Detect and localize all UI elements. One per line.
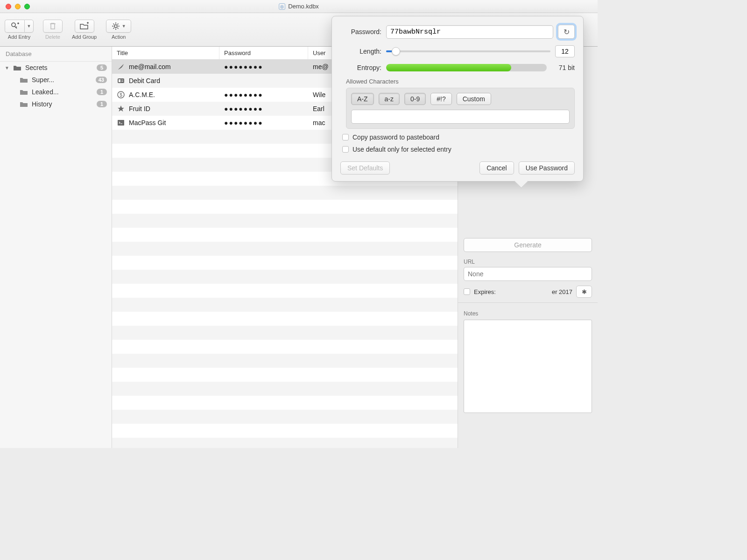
gear-icon: ✱ [582,288,587,295]
add-entry-dropdown[interactable]: ▼ [24,20,34,33]
custom-characters-field[interactable] [351,110,570,124]
allowed-characters-label: Allowed Characters [346,78,575,85]
copy-to-pasteboard-checkbox[interactable] [342,134,349,140]
idcard-icon [117,77,125,84]
default-selected-only-label: Use default only for selected entry [352,146,451,153]
sidebar-item-label: Super... [32,76,92,84]
svg-rect-5 [121,81,123,82]
column-password[interactable]: Password [219,47,308,59]
disclosure-triangle-icon[interactable]: ▼ [5,65,9,70]
chevron-down-icon: ▼ [27,24,31,28]
action-label: Action [112,34,126,40]
default-selected-only-checkbox[interactable] [342,146,349,153]
folder-icon [20,89,28,95]
entry-title: Fruit ID [129,105,150,112]
notes-field[interactable] [464,320,592,413]
entry-password: ●●●●●●●● [219,91,308,98]
count-badge: 1 [97,101,107,107]
sidebar-item-label: Leaked... [32,88,93,96]
sidebar-header: Database [0,47,112,62]
password-label: Password: [340,28,381,35]
close-window-button[interactable] [6,4,11,9]
svg-text:$: $ [120,92,122,98]
minimize-window-button[interactable] [15,4,21,9]
char-class-button[interactable]: Custom [457,93,491,105]
entry-password: ●●●●●●●● [219,63,308,70]
allowed-characters-box: A-Za-z0-9#!?Custom [346,88,575,129]
generate-button[interactable]: Generate [464,238,592,252]
add-group-label: Add Group [72,34,97,40]
refresh-icon: ↻ [564,28,570,36]
entropy-meter [386,64,547,71]
window-title-text: Demo.kdbx [288,3,319,10]
chevron-down-icon: ▼ [122,24,126,28]
slider-thumb[interactable] [392,47,400,56]
zoom-window-button[interactable] [24,4,30,9]
sidebar-item[interactable]: Super... 43 [0,74,112,86]
svg-rect-3 [119,79,120,82]
svg-rect-4 [121,80,123,80]
entry-password: ●●●●●●●● [219,105,308,112]
entry-title: me@mail.com [129,63,171,70]
length-slider[interactable] [386,47,550,56]
password-field[interactable] [386,25,553,39]
count-badge: 1 [97,89,107,95]
char-class-button[interactable]: 0-9 [404,93,426,105]
cancel-button[interactable]: Cancel [479,161,514,175]
char-class-button[interactable]: #!? [430,93,451,105]
folder-icon [13,64,21,71]
sidebar-item[interactable]: Leaked... 1 [0,86,112,98]
sidebar-item[interactable]: History 1 [0,98,112,110]
feather-icon [117,63,125,70]
add-group-button[interactable] [75,20,94,33]
expires-value: er 2017 [500,288,572,295]
char-class-button[interactable]: a-z [379,93,400,105]
trash-icon [49,22,56,30]
svg-point-1 [114,25,117,28]
column-title[interactable]: Title [112,47,219,59]
entry-title: A.C.M.E. [129,91,155,98]
key-plus-icon [10,22,20,30]
add-entry-button[interactable]: ▼ [5,20,34,33]
notes-label: Notes [464,310,592,317]
svg-rect-8 [118,120,124,126]
expires-checkbox[interactable] [464,288,470,295]
add-entry-label: Add Entry [8,34,30,40]
sidebar-item-label: Secrets [25,64,93,71]
star-icon [117,105,125,112]
use-password-button[interactable]: Use Password [519,161,575,175]
sidebar-item-label: History [32,100,93,108]
char-class-button[interactable]: A-Z [351,93,374,105]
count-badge: 5 [97,64,107,71]
entry-password: ●●●●●●●● [219,119,308,126]
url-label: URL [464,259,592,265]
count-badge: 43 [96,77,107,83]
entropy-value: 71 bit [551,64,575,71]
expires-settings-button[interactable]: ✱ [576,286,592,298]
entry-title: Debit Card [129,77,160,84]
entry-title: MacPass Git [129,119,166,126]
password-generator-popover: Password: ↻ Length: Entropy: 71 bit Allo… [331,16,584,182]
sidebar-item-secrets[interactable]: ▼ Secrets 5 [0,62,112,74]
dollar-icon: $ [117,91,125,98]
delete-label: Delete [45,34,60,40]
title-bar: ◎ Demo.kdbx [0,0,598,13]
terminal-icon [117,119,125,126]
action-button[interactable]: ▼ [106,20,131,33]
delete-button[interactable] [43,20,63,33]
gear-icon [112,22,120,30]
sidebar: Database ▼ Secrets 5 Super... 43 Leaked.… [0,47,112,448]
url-field[interactable] [464,267,592,281]
entropy-label: Entropy: [340,64,381,71]
window-controls [0,4,30,9]
length-field[interactable] [555,45,575,57]
copy-to-pasteboard-label: Copy password to pasteboard [352,133,439,141]
length-label: Length: [340,48,381,55]
folder-plus-icon [79,22,90,30]
document-icon: ◎ [279,3,285,10]
folder-icon [20,101,28,107]
expires-label: Expires: [474,288,496,295]
regenerate-button[interactable]: ↻ [558,25,575,39]
folder-icon [20,77,28,83]
set-defaults-button[interactable]: Set Defaults [340,161,390,175]
